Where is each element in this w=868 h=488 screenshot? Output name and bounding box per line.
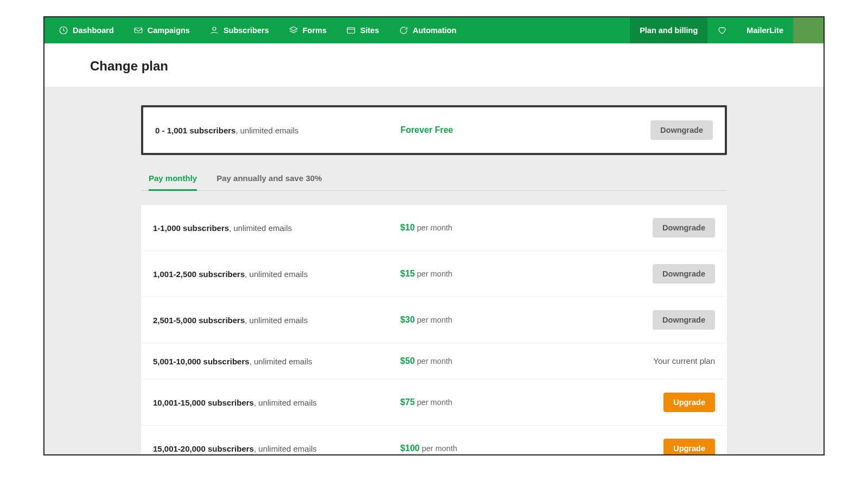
downgrade-button[interactable]: Downgrade [653, 310, 715, 330]
nav-label: Automation [413, 26, 457, 35]
current-plan-label: Your current plan [653, 356, 715, 365]
plan-desc: 5,001-10,000 subscribers, unlimited emai… [153, 357, 400, 366]
clock-icon [59, 25, 68, 35]
plan-range: 10,001-15,000 subscribers [153, 398, 254, 407]
nav-favorites[interactable] [707, 17, 737, 43]
billing-cycle-tabs: Pay monthly Pay annually and save 30% [141, 155, 727, 191]
plan-price: $30 per month [400, 315, 569, 325]
nav-left-group: Dashboard Campaigns Subscribers Forms [44, 17, 466, 43]
top-nav: Dashboard Campaigns Subscribers Forms [44, 17, 824, 43]
plan-price: $75 per month [400, 397, 569, 407]
free-plan-range: 0 - 1,001 subscribers [155, 126, 235, 135]
plan-price: $100 per month [400, 444, 569, 453]
plan-row: 10,001-15,000 subscribers, unlimited ema… [141, 380, 727, 426]
plan-action-wrap: Upgrade [569, 393, 715, 412]
plan-price-per: per month [415, 269, 452, 278]
svg-rect-1 [135, 28, 142, 33]
plan-price: $50 per month [400, 356, 569, 366]
heart-icon [717, 25, 727, 35]
nav-avatar[interactable] [793, 17, 824, 43]
nav-label: Dashboard [73, 26, 114, 35]
plan-list: 1-1,000 subscribers, unlimited emails$10… [141, 205, 727, 454]
layers-icon [289, 25, 298, 35]
free-plan-action-wrap: Downgrade [568, 120, 713, 140]
nav-brand[interactable]: MailerLite [737, 17, 793, 43]
plan-row: 5,001-10,000 subscribers, unlimited emai… [141, 343, 727, 380]
plan-rest: , unlimited emails [229, 223, 292, 233]
free-plan-desc: 0 - 1,001 subscribers, unlimited emails [155, 126, 400, 135]
plan-action-wrap: Downgrade [569, 218, 715, 237]
nav-forms[interactable]: Forms [279, 17, 336, 43]
nav-label: Subscribers [224, 26, 269, 35]
plan-rest: , unlimited emails [245, 269, 308, 279]
envelope-icon [133, 25, 143, 35]
content-column: 0 - 1,001 subscribers, unlimited emails … [141, 105, 727, 454]
plan-rest: , unlimited emails [254, 444, 317, 453]
free-plan-card: 0 - 1,001 subscribers, unlimited emails … [141, 105, 727, 155]
plan-range: 1-1,000 subscribers [153, 223, 229, 233]
nav-label: Forms [303, 26, 327, 35]
upgrade-button[interactable]: Upgrade [663, 393, 715, 412]
plan-price-per: per month [415, 223, 452, 232]
page-title: Change plan [90, 59, 824, 74]
nav-label: Campaigns [148, 26, 190, 35]
plan-price: $10 per month [400, 223, 569, 233]
plan-price-value: $30 [400, 315, 415, 324]
plan-price-per: per month [415, 316, 452, 324]
downgrade-button[interactable]: Downgrade [653, 218, 715, 237]
nav-dashboard[interactable]: Dashboard [49, 17, 124, 43]
page-title-wrap: Change plan [44, 43, 824, 87]
app-frame: Dashboard Campaigns Subscribers Forms [43, 16, 825, 455]
plan-row: 2,501-5,000 subscribers, unlimited email… [141, 297, 727, 343]
plan-range: 2,501-5,000 subscribers [153, 316, 245, 325]
plan-price-value: $15 [400, 269, 415, 278]
plan-row: 1-1,000 subscribers, unlimited emails$10… [141, 205, 727, 251]
nav-label: Plan and billing [640, 26, 698, 35]
plan-action-wrap: Upgrade [569, 439, 715, 454]
plan-rest: , unlimited emails [245, 316, 308, 325]
plan-desc: 1-1,000 subscribers, unlimited emails [153, 223, 400, 233]
plan-range: 15,001-20,000 subscribers [153, 444, 254, 453]
free-plan-rest: , unlimited emails [235, 126, 298, 135]
plan-desc: 15,001-20,000 subscribers, unlimited ema… [153, 444, 400, 453]
plan-price-value: $100 [400, 444, 420, 453]
plan-range: 1,001-2,500 subscribers [153, 269, 245, 279]
plan-price-value: $10 [400, 223, 415, 232]
nav-sites[interactable]: Sites [336, 17, 389, 43]
person-icon [209, 25, 219, 35]
downgrade-button[interactable]: Downgrade [650, 120, 713, 140]
plan-desc: 10,001-15,000 subscribers, unlimited ema… [153, 398, 400, 407]
tab-pay-monthly[interactable]: Pay monthly [149, 170, 197, 191]
nav-subscribers[interactable]: Subscribers [200, 17, 279, 43]
plan-desc: 1,001-2,500 subscribers, unlimited email… [153, 269, 400, 279]
plan-price: $15 per month [400, 269, 569, 279]
nav-label: Sites [360, 26, 379, 35]
downgrade-button[interactable]: Downgrade [653, 264, 715, 284]
upgrade-button[interactable]: Upgrade [663, 439, 715, 454]
plan-action-wrap: Downgrade [569, 310, 715, 330]
plan-rest: , unlimited emails [254, 398, 317, 407]
plan-price-per: per month [415, 398, 452, 407]
nav-right-group: Plan and billing MailerLite [630, 17, 824, 43]
refresh-icon [399, 25, 409, 35]
plan-rest: , unlimited emails [250, 357, 312, 366]
plan-price-per: per month [419, 444, 457, 453]
svg-rect-3 [347, 28, 355, 34]
plan-price-value: $50 [400, 356, 415, 365]
nav-campaigns[interactable]: Campaigns [124, 17, 200, 43]
plan-action-wrap: Downgrade [569, 264, 715, 284]
nav-plan-billing[interactable]: Plan and billing [630, 17, 707, 43]
plan-price-per: per month [415, 357, 452, 365]
nav-label: MailerLite [746, 26, 783, 35]
body-area: 0 - 1,001 subscribers, unlimited emails … [44, 87, 824, 454]
plan-action-wrap: Your current plan [569, 356, 715, 366]
tab-pay-annually[interactable]: Pay annually and save 30% [216, 170, 322, 191]
nav-automation[interactable]: Automation [389, 17, 467, 43]
plan-desc: 2,501-5,000 subscribers, unlimited email… [153, 316, 400, 325]
free-plan-name: Forever Free [400, 125, 567, 135]
plan-price-value: $75 [400, 397, 415, 407]
plan-range: 5,001-10,000 subscribers [153, 357, 250, 366]
window-icon [346, 25, 356, 35]
plan-row: 15,001-20,000 subscribers, unlimited ema… [141, 426, 727, 454]
plan-row: 1,001-2,500 subscribers, unlimited email… [141, 251, 727, 297]
